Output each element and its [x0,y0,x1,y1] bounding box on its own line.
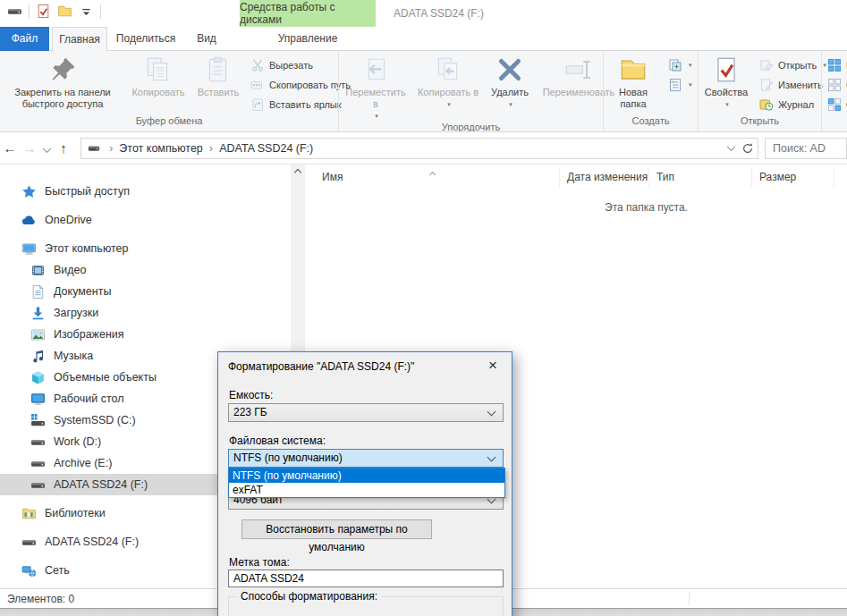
sidebar-item-label: ADATA SSD24 (F:) [54,478,148,491]
music-icon [30,349,46,364]
quick-access-toolbar [7,4,101,19]
volume-label-input[interactable]: ADATA SSD24 [228,570,504,587]
select-none-icon [827,78,842,92]
back-icon[interactable]: ← [0,140,20,156]
sidebar-item-label: Этот компьютер [45,242,128,255]
refresh-icon[interactable] [741,142,754,155]
ribbon-button[interactable]: Переместить в▾ [339,51,412,122]
new-folder-qat-icon[interactable] [57,4,72,19]
chevron-right-icon: › [103,141,119,155]
divider [100,4,101,19]
tab-view[interactable]: Вид [186,27,227,51]
drive-icon [30,435,46,450]
sidebar-item[interactable]: Быстрый доступ [0,181,291,202]
filesystem-dropdown-list: NTFS (по умолчанию)exFAT [228,468,505,498]
sidebar-item-label: Документы [54,285,111,298]
ribbon-button-small[interactable]: Журнал [759,97,829,113]
drive-icon [30,477,46,493]
ribbon-button-small[interactable]: Выд [827,57,847,73]
ribbon-button-small[interactable]: Обр [827,97,847,113]
ribbon-button[interactable]: Копировать в▾ [412,51,484,110]
ribbon-button-small[interactable]: Скопировать путь [250,77,351,93]
ribbon-button-label: Вырезать [269,60,313,71]
easy-access-icon [668,78,682,92]
sidebar-item-label: Сеть [45,564,70,577]
properties-button[interactable]: Свойства▾ [699,51,754,110]
system-drive-icon [30,413,46,428]
address-bar: ← → ↑ ›Этот компьютер ›ADATA SSD24 (F:) … [0,132,847,165]
close-icon[interactable]: × [483,357,503,375]
sidebar-item-label: Изображения [54,328,124,341]
paste-big-icon [203,55,233,85]
ribbon-button[interactable]: Удалить▾ [484,51,536,110]
format-options-group: Способы форматирования: Быстрое (очистка… [228,596,504,616]
tab-manage[interactable]: Управление [240,27,376,51]
tab-home[interactable]: Главная [52,27,107,52]
sidebar-item-label: Объемные объекты [54,371,157,384]
ribbon-button-small[interactable]: Открыть▾ [759,57,829,73]
new-item-icon [668,58,682,72]
ribbon-button-small[interactable]: Вставить ярлык [250,97,351,113]
column-header[interactable]: Тип [649,168,752,188]
desktop-icon [30,392,46,407]
computer-icon [21,241,37,257]
sidebar-item[interactable]: Загрузки [0,302,291,324]
dropdown-option[interactable]: NTFS (по умолчанию) [229,468,504,483]
ribbon: Закрепить на панели быстрого доступа Коп… [0,51,847,132]
sidebar-item[interactable]: OneDrive [0,209,291,231]
ribbon-group-create: Новая папка ▾ ▾ Создать [603,51,698,131]
customize-qat-arrow-icon[interactable] [79,4,94,19]
ribbon-button-small[interactable]: ▾ [668,77,692,93]
ribbon-button[interactable]: Вставить [191,51,245,98]
breadcrumb-item[interactable]: ›Этот компьютер [103,141,203,155]
ribbon-button-small[interactable]: ▾ [668,57,692,73]
sidebar-item[interactable]: Этот компьютер [0,238,291,259]
ribbon-tabs: Файл Главная Поделиться Вид Управление [0,27,847,51]
disk-tools-contextual-header[interactable]: Средства работы с дисками [240,0,376,27]
drive-icon [87,142,101,155]
ribbon-button-small[interactable]: Сня [827,77,847,93]
format-options-legend: Способы форматирования: [237,590,381,603]
forward-icon[interactable]: → [20,140,39,156]
ribbon-button-label: Копировать [131,87,184,98]
properties-qat-icon[interactable] [36,4,51,19]
titlebar: Средства работы с дисками ADATA SSD24 (F… [0,0,847,27]
ribbon-button[interactable]: Копировать [125,51,191,98]
copy-big-icon [143,55,174,85]
capacity-combobox[interactable]: 223 ГБ [228,403,504,422]
select-all-icon [827,58,842,72]
sidebar-item[interactable]: Изображения [0,324,291,345]
address-dropdown-icon[interactable] [727,142,736,151]
tab-share[interactable]: Поделиться [112,27,180,51]
pictures-icon [30,327,46,342]
search-input[interactable]: Поиск: AD [765,138,847,159]
format-dialog: Форматирование "ADATA SSD24 (F:)" × Емко… [217,351,512,616]
sort-ascending-icon [430,165,435,181]
sidebar-item[interactable]: Видео [0,259,291,281]
breadcrumb-item[interactable]: ›ADATA SSD24 (F:) [203,141,313,155]
properties-icon [711,55,741,85]
ribbon-group-clipboard: Закрепить на панели быстрого доступа Коп… [0,51,338,131]
column-header[interactable]: Размер [752,168,834,188]
filesystem-combobox[interactable]: NTFS (по умолчанию) [228,449,504,468]
chevron-right-icon: › [203,141,219,155]
sidebar-item-label: Work (D:) [54,435,101,448]
recent-locations-icon[interactable] [39,140,54,156]
restore-defaults-button[interactable]: Восстановить параметры по умолчанию [241,519,432,539]
move-to-icon [360,55,391,85]
scroll-up-icon[interactable] [291,165,305,180]
ribbon-button-small[interactable]: Изменить [759,77,829,93]
column-header[interactable]: Дата изменения [560,168,649,188]
network-icon [21,563,37,578]
breadcrumb[interactable]: ›Этот компьютер ›ADATA SSD24 (F:) [80,138,758,159]
ribbon-button[interactable]: Закрепить на панели быстрого доступа [0,51,125,110]
tab-file[interactable]: Файл [0,27,49,51]
ribbon-button-small[interactable]: Вырезать [250,57,351,73]
up-icon[interactable]: ↑ [54,140,73,156]
sidebar-item[interactable]: Документы [0,281,291,302]
dropdown-option[interactable]: exFAT [229,483,504,497]
ribbon-group-select: Выд Сня Обр [821,51,847,131]
paste-shortcut-icon [250,97,265,112]
new-folder-button[interactable]: Новая папка [604,51,663,110]
drive-icon [30,456,46,471]
